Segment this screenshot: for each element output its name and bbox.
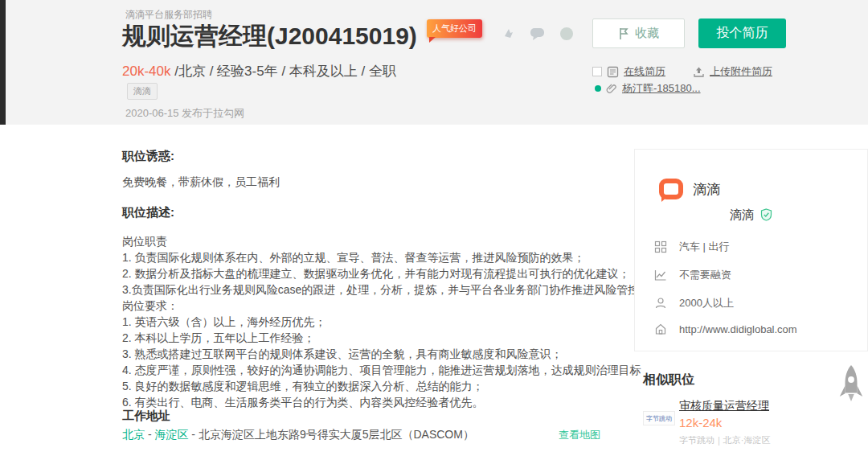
share-weibo-icon[interactable] xyxy=(502,27,516,41)
job-meta: /北京 / 经验3-5年 / 本科及以上 / 全职 xyxy=(170,64,396,79)
share-wechat-icon[interactable] xyxy=(530,27,546,41)
chart-icon xyxy=(654,269,667,281)
address-row: 北京 - 海淀区 - 北京海淀区上地东路9号得实大厦5层北区（DASCOM） xyxy=(122,428,474,442)
salary-value: 20k-40k xyxy=(122,64,170,79)
resume-checkbox[interactable] xyxy=(592,67,602,76)
company-verified-row[interactable]: 滴滴 xyxy=(635,208,867,223)
job-keyword-tag[interactable]: 滴滴 xyxy=(127,83,158,100)
verified-shield-icon xyxy=(760,208,772,221)
description-line: 5. 良好的数据敏感度和逻辑思维，有独立的数据深入分析、总结的能力； xyxy=(122,378,643,394)
temptation-title: 职位诱惑: xyxy=(122,149,174,164)
description-line: 2. 本科以上学历，五年以上工作经验； xyxy=(122,330,643,346)
company-industry-row: 汽车 | 出行 xyxy=(654,240,730,254)
similar-job-title-link[interactable]: 审核质量运营经理 xyxy=(679,399,769,413)
online-resume-group: 在线简历 xyxy=(592,64,665,79)
similar-jobs-title: 相似职位 xyxy=(643,372,694,388)
grid-icon xyxy=(654,240,667,253)
job-description: 岗位职责1. 负责国际化规则体系在内、外部的立规、宣导、普法、督查等运营，推进风… xyxy=(122,233,643,410)
home-icon xyxy=(654,323,667,335)
address-title: 工作地址 xyxy=(122,409,170,424)
company-industry: 汽车 | 出行 xyxy=(679,240,730,254)
company-short-name: 滴滴 xyxy=(693,180,720,199)
didi-logo-icon xyxy=(659,179,683,199)
address-text: - 北京海淀区上地东路9号得实大厦5层北区（DASCOM） xyxy=(188,428,473,441)
salary-row: 20k-40k /北京 / 经验3-5年 / 本科及以上 / 全职 xyxy=(122,62,396,80)
attachment-resume-link[interactable]: 杨汀晖-185180... xyxy=(622,81,701,96)
company-website-link[interactable]: http://www.didiglobal.com xyxy=(679,323,797,335)
address-separator: - xyxy=(145,428,154,441)
company-card: 滴滴 滴滴 汽车 | 出行 不需要融资 xyxy=(634,149,868,351)
collect-label: 收藏 xyxy=(635,26,659,41)
share-bar xyxy=(502,27,574,41)
company-size-row: 2000人以上 xyxy=(654,296,734,310)
window-edge xyxy=(0,0,6,125)
document-icon xyxy=(607,66,619,78)
apply-button[interactable]: 投个简历 xyxy=(698,18,786,48)
online-resume-link[interactable]: 在线简历 xyxy=(624,64,665,79)
person-icon xyxy=(654,297,667,310)
description-line: 3. 熟悉或搭建过互联网平台的规则体系建设、运营的全貌，具有商业敏感度和风险意识… xyxy=(122,346,643,362)
page-title: 规则运营经理(J200415019) xyxy=(122,20,417,53)
upload-icon xyxy=(693,66,705,78)
company-size: 2000人以上 xyxy=(679,296,734,310)
description-line: 岗位要求： xyxy=(122,298,643,314)
paperclip-icon xyxy=(606,83,617,94)
job-detail-page: 滴滴平台服务部招聘 规则运营经理(J200415019) 人气好公司 收藏 投个… xyxy=(0,0,868,452)
description-title: 职位描述: xyxy=(122,205,174,220)
similar-job-meta: 字节跳动｜北京·海淀区 xyxy=(679,434,770,446)
publish-date: 2020-06-15 发布于拉勾网 xyxy=(125,106,244,121)
similar-job-salary: 12k-24k xyxy=(679,416,722,429)
similar-job-company-logo[interactable]: 字节跳动 xyxy=(643,411,675,425)
temptation-text: 免费晚餐，带薪休假，员工福利 xyxy=(122,175,280,190)
description-line: 岗位职责 xyxy=(122,233,643,249)
description-line: 3.负责国际化出行业务规则风险case的跟进，处理，分析，提炼，并与平台各业务部… xyxy=(122,281,643,298)
collect-button[interactable]: 收藏 xyxy=(592,18,685,48)
attachment-resume-row: 杨汀晖-185180... xyxy=(595,81,701,96)
hot-company-badge: 人气好公司 xyxy=(427,19,482,38)
description-line: 2. 数据分析及指标大盘的梳理建立、数据驱动业务优化，并有能力对现有流程提出可执… xyxy=(122,265,643,281)
address-district-link[interactable]: 海淀区 xyxy=(154,428,188,441)
company-funding: 不需要融资 xyxy=(679,268,731,282)
flag-icon xyxy=(618,27,629,40)
view-map-link[interactable]: 查看地图 xyxy=(559,428,600,442)
address-city-link[interactable]: 北京 xyxy=(122,428,145,441)
upload-resume-group: 上传附件简历 xyxy=(693,64,772,79)
description-line: 1. 英语六级（含）以上，海外经历优先； xyxy=(122,314,643,330)
company-funding-row: 不需要融资 xyxy=(654,268,731,282)
back-to-top-rocket-icon[interactable] xyxy=(837,364,866,413)
description-line: 6. 有类出行、电商、生活服务类平台的行为类、内容类风控经验者优先。 xyxy=(122,394,643,410)
share-qq-icon[interactable] xyxy=(559,27,574,41)
job-header: 滴滴平台服务部招聘 规则运营经理(J200415019) 人气好公司 收藏 投个… xyxy=(0,0,868,125)
company-logo-row[interactable]: 滴滴 xyxy=(659,179,720,199)
company-name: 滴滴 xyxy=(730,208,754,221)
status-dot xyxy=(595,85,601,92)
description-line: 4. 态度严谨，原则性强，较好的沟通协调能力、项目管理能力，能推进运营规划落地，… xyxy=(122,362,643,378)
description-line: 1. 负责国际化规则体系在内、外部的立规、宣导、普法、督查等运营，推进风险预防的… xyxy=(122,249,643,265)
company-website-row: http://www.didiglobal.com xyxy=(654,323,797,335)
upload-resume-link[interactable]: 上传附件简历 xyxy=(710,64,772,79)
